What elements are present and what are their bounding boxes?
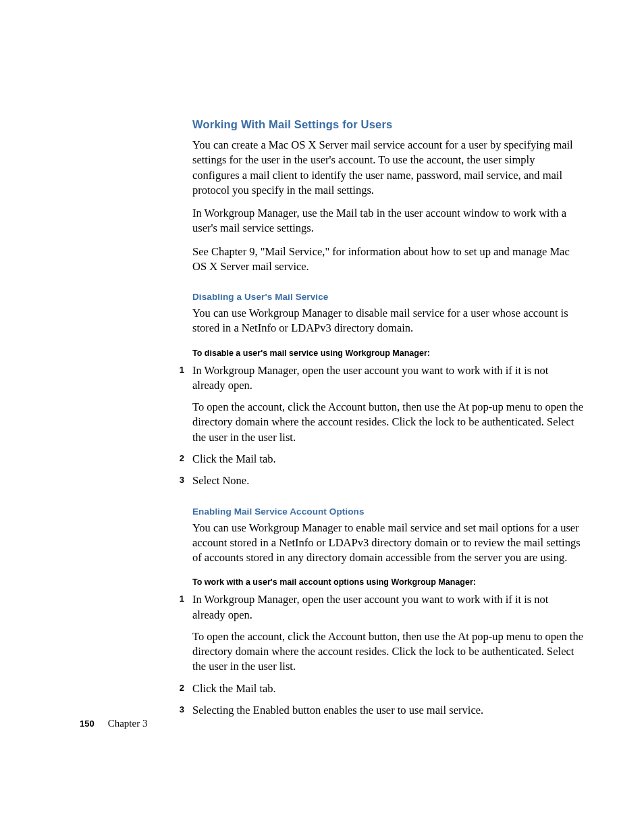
body-paragraph: You can create a Mac OS X Server mail se…	[192, 138, 583, 198]
procedure-step: 3 Selecting the Enabled button enables t…	[192, 703, 583, 718]
step-text: Select None.	[192, 473, 583, 488]
heading-enabling-mail-options: Enabling Mail Service Account Options	[192, 506, 583, 517]
step-body: Click the Mail tab.	[192, 681, 583, 696]
procedure-step: 3 Select None.	[192, 473, 583, 488]
step-body: Selecting the Enabled button enables the…	[192, 703, 583, 718]
step-text: In Workgroup Manager, open the user acco…	[192, 592, 583, 623]
procedure-step: 2 Click the Mail tab.	[192, 452, 583, 467]
step-body: Select None.	[192, 473, 583, 488]
step-number: 1	[171, 363, 184, 445]
step-number: 3	[171, 473, 184, 488]
chapter-label: Chapter 3	[108, 718, 148, 729]
procedure-step: 1 In Workgroup Manager, open the user ac…	[192, 363, 583, 445]
procedure-step: 1 In Workgroup Manager, open the user ac…	[192, 592, 583, 674]
step-text: To open the account, click the Account b…	[192, 629, 583, 675]
page-number: 150	[80, 719, 95, 729]
step-number: 3	[171, 703, 184, 718]
page-footer: 150 Chapter 3	[80, 717, 147, 729]
step-body: Click the Mail tab.	[192, 452, 583, 467]
body-paragraph: You can use Workgroup Manager to enable …	[192, 521, 583, 566]
step-number: 2	[171, 681, 184, 696]
body-paragraph: You can use Workgroup Manager to disable…	[192, 306, 583, 336]
procedure-step: 2 Click the Mail tab.	[192, 681, 583, 696]
step-text: Selecting the Enabled button enables the…	[192, 703, 583, 718]
procedure-heading: To disable a user's mail service using W…	[192, 348, 583, 358]
body-paragraph: In Workgroup Manager, use the Mail tab i…	[192, 206, 583, 236]
step-text: Click the Mail tab.	[192, 681, 583, 696]
page-content: Working With Mail Settings for Users You…	[0, 0, 644, 718]
step-text: To open the account, click the Account b…	[192, 400, 583, 445]
step-text: In Workgroup Manager, open the user acco…	[192, 363, 583, 394]
step-text: Click the Mail tab.	[192, 452, 583, 467]
heading-disabling-mail: Disabling a User's Mail Service	[192, 292, 583, 302]
heading-working-with-mail: Working With Mail Settings for Users	[192, 118, 583, 131]
step-number: 1	[171, 592, 184, 674]
step-body: In Workgroup Manager, open the user acco…	[192, 592, 583, 674]
step-number: 2	[171, 452, 184, 467]
procedure-heading: To work with a user's mail account optio…	[192, 577, 583, 587]
body-paragraph: See Chapter 9, "Mail Service," for infor…	[192, 244, 583, 275]
step-body: In Workgroup Manager, open the user acco…	[192, 363, 583, 445]
